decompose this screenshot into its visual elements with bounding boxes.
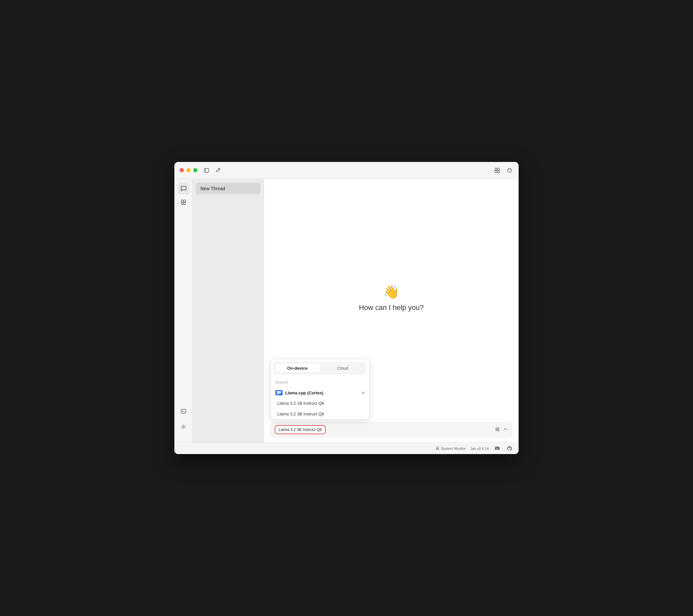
maximize-button[interactable] — [193, 168, 197, 172]
grid-icon — [181, 199, 186, 205]
compose-button[interactable] — [214, 166, 222, 174]
monitor-icon: 🖥 — [435, 446, 439, 451]
model-group-chevron-icon: ∧ — [362, 390, 365, 395]
model-search-input[interactable] — [275, 380, 365, 385]
tab-cloud[interactable]: Cloud — [321, 364, 365, 373]
model-search-container — [271, 377, 369, 388]
chevron-up-icon — [503, 427, 508, 432]
selected-model-pill[interactable]: Llama 3.2 3B Instruct Q8 — [275, 425, 326, 434]
compose-icon — [216, 168, 221, 173]
sidebar-item-chat[interactable] — [178, 183, 189, 194]
traffic-lights — [180, 168, 197, 172]
discord-button[interactable] — [493, 445, 501, 452]
monitor-label: System Monitor — [441, 447, 466, 450]
svg-rect-19 — [277, 392, 281, 393]
greeting-text: How can I help you? — [359, 304, 423, 312]
sidebar-item-terminal[interactable] — [178, 405, 189, 417]
svg-rect-12 — [184, 200, 186, 202]
svg-point-8 — [508, 169, 509, 170]
input-bar: Llama 3.2 3B Instruct Q8 — [271, 422, 512, 437]
model-selector-dropdown: On-device Cloud — [271, 359, 370, 420]
close-button[interactable] — [180, 168, 184, 172]
model-group-name: Llama.cpp (Cortex) — [285, 390, 323, 395]
svg-point-10 — [509, 171, 510, 171]
minimize-button[interactable] — [186, 168, 191, 172]
terminal-icon — [181, 408, 186, 414]
svg-point-26 — [497, 430, 499, 431]
wave-emoji: 👋 — [383, 284, 399, 300]
model-group-header[interactable]: Llama.cpp (Cortex) ∧ — [271, 388, 369, 398]
sidebar-bottom — [178, 405, 189, 438]
system-monitor-item[interactable]: 🖥 System Monitor — [435, 446, 466, 451]
sidebar-item-models[interactable] — [178, 196, 189, 208]
discord-icon — [495, 446, 500, 451]
svg-line-2 — [219, 169, 219, 170]
settings-icon — [181, 424, 186, 430]
svg-rect-14 — [184, 203, 186, 204]
svg-point-7 — [508, 168, 512, 172]
tab-on-device[interactable]: On-device — [275, 364, 320, 373]
sidebar-icons — [174, 179, 193, 443]
svg-point-9 — [510, 169, 511, 170]
github-button[interactable] — [506, 445, 513, 452]
status-bar: 🖥 System Monitor Jan v0.5.14 — [174, 443, 519, 454]
input-bar-right — [495, 427, 508, 433]
svg-point-25 — [496, 429, 497, 430]
svg-rect-6 — [497, 171, 499, 173]
titlebar-right-icons — [493, 166, 513, 174]
chat-bottom: On-device Cloud — [264, 417, 519, 443]
svg-rect-5 — [495, 171, 497, 173]
model-item-3b[interactable]: Llama 3.2 3B Instruct Q8 — [271, 409, 369, 419]
chat-icon — [181, 186, 186, 191]
llama-cpp-icon — [275, 390, 282, 395]
layout-button[interactable] — [493, 166, 501, 174]
model-tabs: On-device Cloud — [273, 362, 367, 374]
svg-rect-18 — [277, 391, 281, 392]
svg-rect-4 — [497, 168, 499, 170]
svg-rect-0 — [204, 168, 209, 172]
svg-rect-11 — [181, 200, 183, 202]
new-thread-item[interactable]: New Thread — [196, 183, 260, 194]
selected-model-label: Llama 3.2 3B Instruct Q8 — [279, 427, 322, 432]
palette-button[interactable] — [506, 166, 513, 174]
input-collapse-button[interactable] — [503, 427, 508, 433]
github-icon — [507, 446, 512, 451]
input-settings-button[interactable] — [495, 427, 500, 433]
chat-area: 👋 How can I help you? On-device Cloud — [264, 179, 519, 443]
svg-rect-13 — [181, 203, 183, 204]
svg-rect-20 — [277, 394, 279, 394]
main-layout: New Thread 👋 How can I help you? On-devi… — [174, 179, 519, 443]
layout-icon — [495, 168, 500, 173]
model-item-1b[interactable]: Llama 3.2 1B Instruct Q8 — [271, 398, 369, 409]
threads-panel: New Thread — [193, 179, 264, 443]
palette-icon — [507, 168, 512, 173]
new-thread-label: New Thread — [200, 186, 225, 191]
titlebar-left-icons — [203, 166, 222, 174]
app-window: New Thread 👋 How can I help you? On-devi… — [174, 162, 519, 454]
sidebar-icon — [204, 168, 209, 173]
titlebar — [174, 162, 519, 179]
svg-point-24 — [497, 427, 499, 429]
svg-rect-3 — [495, 168, 497, 170]
version-label: Jan v0.5.14 — [470, 447, 489, 450]
sidebar-item-settings[interactable] — [178, 421, 189, 433]
svg-point-17 — [182, 426, 184, 428]
sidebar-toggle-button[interactable] — [203, 166, 211, 174]
sliders-icon — [495, 427, 500, 432]
